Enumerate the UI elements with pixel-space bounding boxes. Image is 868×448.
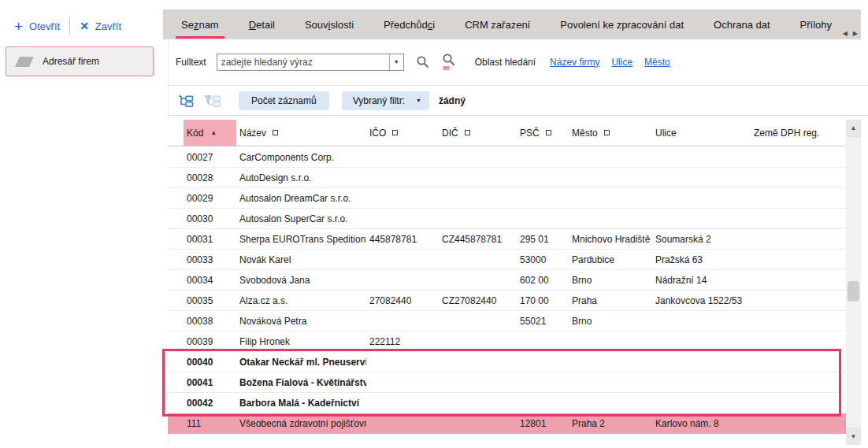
table-row[interactable]: 00027CarComponents Corp. [168,147,846,168]
cell-ico: 222112 [366,336,439,347]
tab-souvislosti[interactable]: Souvislosti [290,9,369,39]
scroll-down-icon: ▼ [851,433,857,440]
scroll-up-icon: ▲ [851,124,857,131]
cell-mesto: Praha [569,295,652,306]
table-row[interactable]: 00040Otakar Neckář ml. Pneuservis [168,352,846,372]
cell-nazev: Svobodová Jana [236,275,366,286]
cell-mesto: Mnichovo Hradiště [569,234,652,245]
cell-nazev: Všeobecná zdravotní pojišťovna [236,418,366,429]
cell-mesto: Praha 2 [569,418,652,429]
fulltext-search-button[interactable] [442,54,456,70]
cell-nazev: AutoDesign s.r.o. [236,172,366,183]
cell-kod: 00039 [184,336,236,347]
filter-box-icon[interactable] [465,130,470,135]
filter-box-icon[interactable] [604,130,610,135]
search-scope-label: Oblast hledání [475,57,536,68]
cell-kod: 00029 [184,193,236,204]
nav-item-adresar-firem[interactable]: Adresář firem [6,46,154,76]
close-button-label: Zavřít [95,20,121,32]
header-cell-dic[interactable]: DIČ [439,120,517,146]
tree-view-button[interactable] [178,94,195,108]
cell-nazev: Autosalon SuperCar s.r.o. [236,213,366,224]
scroll-down-button[interactable]: ▼ [846,428,861,445]
cell-mesto: Brno [569,275,652,286]
fulltext-combobox: ▼ [217,54,404,71]
cell-nazev: Filip Hronek [236,336,366,347]
cell-nazev: Autosalon DreamCar s.r.o. [236,193,366,204]
open-button[interactable]: + Otevřít [9,20,65,33]
cell-kod: 00040 [184,357,236,368]
table-row[interactable]: 00039Filip Hronek222112 [168,331,846,352]
table-row[interactable]: 00029Autosalon DreamCar s.r.o. [168,188,846,209]
filter-select[interactable]: Vybraný filtr: ▼ [342,91,429,110]
table-row[interactable]: 00030Autosalon SuperCar s.r.o. [168,209,846,229]
fulltext-label: Fulltext [176,57,206,68]
table-body: 00027CarComponents Corp.00028AutoDesign … [168,147,846,434]
header-cell-zeme-dph-reg[interactable]: Země DPH reg. [751,120,846,146]
search-button[interactable] [416,55,430,69]
tab-predchudci[interactable]: Předchůdci [369,9,450,39]
window-actions: + Otevřít ✕ Zavřít [9,16,126,36]
cell-psc: 295 01 [517,234,569,245]
search-underline-icon [442,54,456,70]
scroll-thumb[interactable] [848,281,859,302]
open-button-label: Otevřít [29,20,60,32]
header-cell-nazev[interactable]: Název [236,120,366,146]
combobox-dropdown-icon[interactable]: ▼ [389,54,403,70]
cell-psc: 55021 [517,316,569,327]
cell-nazev: Novák Karel [236,254,366,265]
cell-ulice: Pražská 63 [652,254,751,265]
tree-filter-icon [204,94,221,108]
tab-crm-zarazeni[interactable]: CRM zařazení [450,9,545,39]
header-cell-psc[interactable]: PSČ [517,120,569,146]
record-count-button[interactable]: Počet záznamů [239,91,329,110]
scroll-up-button[interactable]: ▲ [846,120,861,137]
table-row[interactable]: 111Všeobecná zdravotní pojišťovna12801Pr… [168,413,846,434]
header-cell-kod[interactable]: Kód▲ [184,120,236,146]
module-icon [15,57,34,67]
filter-box-icon[interactable] [546,130,551,135]
header-cell-mesto[interactable]: Město [569,120,652,146]
vertical-scrollbar[interactable]: ▲ ▼ [846,120,861,445]
sort-asc-icon: ▲ [210,129,217,136]
cell-psc: 602 00 [517,275,569,286]
tab-detail[interactable]: Detail [234,9,290,39]
table-row[interactable]: 00042Barbora Malá - Kadeřnictví [168,393,846,413]
cell-nazev: CarComponents Corp. [236,152,366,163]
cell-kod: 00028 [184,172,236,183]
search-row: Fulltext ▼ Oblast hledání Název firmyUli… [169,39,868,84]
fulltext-input[interactable] [217,54,389,70]
table-row[interactable]: 00034Svobodová Jana602 00BrnoNádražní 14 [168,270,846,291]
table-row[interactable]: 00028AutoDesign s.r.o. [168,168,846,188]
cell-ulice: Karlovo nám. 8 [652,418,751,429]
filter-value: žádný [439,95,466,106]
tab-seznam[interactable]: Seznam [166,9,234,39]
header-cell-ico[interactable]: IČO [366,120,439,146]
tab-ochrana-dat[interactable]: Ochrana dat [699,9,785,39]
actions-divider [69,17,70,35]
table-row[interactable]: 00031Sherpa EUROTrans Spedition445878781… [168,229,846,250]
header-gutter [168,120,184,146]
table-row[interactable]: 00041Božena Fialová - Květinářství [168,372,846,393]
table-row[interactable]: 00038Nováková Petra55021Brno [168,311,846,331]
scope-link-ulice[interactable]: Ulice [611,57,632,68]
header-cell-ulice[interactable]: Ulice [652,120,751,146]
table-row[interactable]: 00035Alza.cz a.s.27082440CZ27082440170 0… [168,291,846,311]
close-button[interactable]: ✕ Zavřít [75,20,126,32]
cell-mesto: Brno [569,316,652,327]
scope-link-mesto[interactable]: Město [644,57,670,68]
filter-box-icon[interactable] [392,130,398,135]
tab-prilohy[interactable]: Přílohy [785,9,847,39]
toolbar: Počet záznamů Vybraný filtr: ▼ žádný [169,85,868,116]
cell-kod: 00038 [184,316,236,327]
cell-kod: 00035 [184,295,236,306]
cell-kod: 00033 [184,254,236,265]
filter-box-icon[interactable] [273,130,278,135]
scope-link-nazev-firmy[interactable]: Název firmy [550,57,599,68]
cell-mesto: Pardubice [569,254,652,265]
cell-dic: CZ445878781 [439,234,517,245]
tab-povoleni-ke-zpracovani-dat[interactable]: Povolení ke zpracování dat [545,9,699,39]
cell-ico: 27082440 [366,295,439,306]
table-row[interactable]: 00033Novák Karel53000PardubicePražská 63 [168,250,846,270]
cell-nazev: Nováková Petra [236,316,366,327]
